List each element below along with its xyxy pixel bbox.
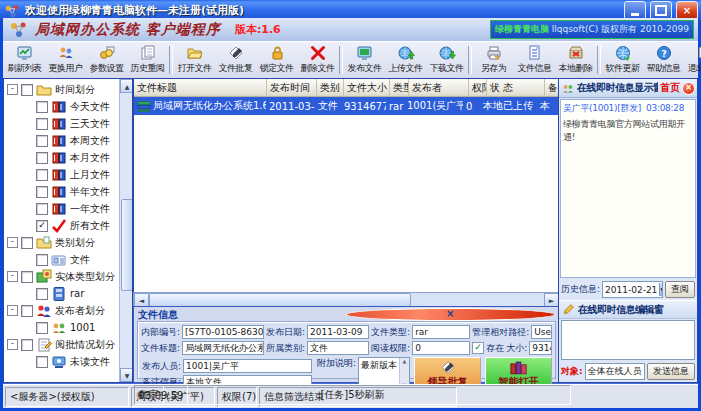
publisher-field[interactable]: 1001|吴广平 xyxy=(183,359,312,373)
table-hscrollbar[interactable]: ◄ ► xyxy=(133,292,560,307)
checkbox[interactable] xyxy=(21,339,33,351)
toolbar-button-publish-file[interactable]: 发布文件 xyxy=(344,43,385,77)
scrollbar-thumb[interactable] xyxy=(121,199,133,291)
tree-item[interactable]: -实体类型划分 xyxy=(4,268,132,285)
tree-expander-icon[interactable]: - xyxy=(7,271,18,282)
message-input[interactable] xyxy=(561,320,695,360)
pub-date-field[interactable]: 2011-03-09 xyxy=(307,325,369,339)
tree-item-label: 上月文件 xyxy=(70,168,110,182)
tree-expander-icon[interactable]: - xyxy=(7,339,18,350)
column-header[interactable]: 发布者 xyxy=(409,79,469,97)
checkbox[interactable]: ✓ xyxy=(36,220,48,232)
tree-item[interactable]: ✓所有文件 xyxy=(4,217,132,234)
checkbox[interactable] xyxy=(36,186,48,198)
column-header[interactable]: 备注 xyxy=(545,79,559,97)
column-header[interactable]: 权限 xyxy=(469,79,487,97)
toolbar-button-lock-file[interactable]: 锁定文件 xyxy=(256,43,297,77)
tree-item[interactable]: 一年文件 xyxy=(4,200,132,217)
toolbar-button-local-delete[interactable]: 本地删除 xyxy=(555,43,596,77)
home-link[interactable]: 首页 xyxy=(660,81,680,95)
toolbar-button-open-file[interactable]: 打开文件 xyxy=(174,43,215,77)
app-title: 局域网办公系统 客户端程序 xyxy=(35,21,221,39)
checkbox[interactable] xyxy=(36,356,48,368)
checkbox[interactable] xyxy=(21,305,33,317)
tree-item[interactable]: -类别划分 xyxy=(4,234,132,251)
tree-item[interactable]: 1001 xyxy=(4,319,132,336)
tree-item[interactable]: -时间划分 xyxy=(4,81,132,98)
history-date-select[interactable]: 2011-02-21▼ xyxy=(602,281,663,298)
file-title-field[interactable]: 局域网无纸化办公系统1.6 xyxy=(182,341,264,355)
toolbar-button-file-info[interactable]: 文件信息 xyxy=(514,43,555,77)
exists-checkbox[interactable]: ✓ xyxy=(472,342,484,354)
internal-id-field[interactable]: [S7T0-0105-8630-0400-359 xyxy=(182,325,264,339)
tree-scrollbar[interactable]: ▲ ▼ xyxy=(119,79,132,382)
tree-item[interactable]: 上月文件 xyxy=(4,166,132,183)
scroll-up-icon[interactable]: ▲ xyxy=(120,79,133,93)
checkbox[interactable] xyxy=(36,152,48,164)
tree-item[interactable]: 今天文件 xyxy=(4,98,132,115)
file-type-field[interactable]: rar xyxy=(412,325,470,339)
tree-item[interactable]: 本月文件 xyxy=(4,149,132,166)
toolbar-button-change-user[interactable]: 更换用户 xyxy=(45,43,86,77)
toolbar-button-upload-file[interactable]: 上传文件 xyxy=(385,43,426,77)
query-button[interactable]: 查阅 xyxy=(665,281,695,298)
tree-expander-icon[interactable]: - xyxy=(7,84,18,95)
column-header[interactable]: 类型 xyxy=(390,79,409,97)
toolbar-button-settings[interactable]: 参数设置 xyxy=(86,43,127,77)
tree-item[interactable]: -发布者划分 xyxy=(4,302,132,319)
checkbox[interactable] xyxy=(21,237,33,249)
column-header[interactable]: 文件大小 xyxy=(344,79,390,97)
toolbar-button-save-as[interactable]: 另存为 xyxy=(473,43,514,77)
file-info-close-icon[interactable]: × xyxy=(346,308,556,321)
scroll-down-icon[interactable]: ▼ xyxy=(120,368,133,382)
tree-item[interactable]: -阅批情况划分 xyxy=(4,336,132,353)
column-header[interactable]: 状 态 xyxy=(487,79,545,97)
chevron-down-icon[interactable]: ▼ xyxy=(644,365,645,378)
tree-item[interactable]: 未读文件 xyxy=(4,353,132,370)
table-row[interactable]: 局域网无纸化办公系统1.6.rar2011-03-09文件9314677rar1… xyxy=(134,97,559,115)
send-button[interactable]: 发送信息 xyxy=(647,363,695,380)
checkbox[interactable] xyxy=(36,118,48,130)
path-field[interactable]: UserPath xyxy=(531,325,552,339)
checkbox[interactable] xyxy=(36,135,48,147)
toolbar-button-software-update[interactable]: 软件更新 xyxy=(602,43,643,77)
toolbar-button-help[interactable]: ?帮助信息 xyxy=(643,43,684,77)
tree-item[interactable]: 三天文件 xyxy=(4,115,132,132)
read-perm-field[interactable]: 0 xyxy=(412,341,470,355)
toolbar-button-file-approve[interactable]: 文件批复 xyxy=(215,43,256,77)
column-header[interactable]: 文件标题 xyxy=(134,79,267,97)
toolbar-button-download-file[interactable]: 下载文件 xyxy=(426,43,467,77)
scroll-up-icon[interactable]: ▲ xyxy=(403,358,407,364)
status-bar: <服务器>(授权版)局领导(吴广平)权限(7)信息筛选结束CAPS数字Ins03… xyxy=(3,384,698,408)
checkbox[interactable] xyxy=(36,322,48,334)
tree-item[interactable]: 本周文件 xyxy=(4,132,132,149)
hscrollbar-track[interactable] xyxy=(411,293,544,306)
message-panel-close-icon[interactable]: × xyxy=(682,82,695,95)
column-header[interactable]: 类别 xyxy=(317,79,344,97)
people-icon xyxy=(36,303,52,319)
chevron-down-icon[interactable]: ▼ xyxy=(659,283,663,296)
tree-item[interactable]: rar xyxy=(4,285,132,302)
checkbox[interactable] xyxy=(36,288,48,300)
size-field[interactable]: 9314677 xyxy=(529,341,552,355)
tree-item[interactable]: 半年文件 xyxy=(4,183,132,200)
toolbar-button-exit[interactable]: 退出系统 xyxy=(684,43,701,77)
toolbar-button-refresh-list[interactable]: 刷新列表 xyxy=(4,43,45,77)
tree-item-label: rar xyxy=(70,288,84,299)
column-header[interactable]: 发布时间 xyxy=(267,79,317,97)
tree-expander-icon[interactable]: - xyxy=(7,237,18,248)
checkbox[interactable] xyxy=(36,203,48,215)
target-select[interactable]: 全体在线人员▼ xyxy=(585,363,645,380)
category-field[interactable]: 文件 xyxy=(307,341,369,355)
checkbox[interactable] xyxy=(36,101,48,113)
checkbox[interactable] xyxy=(21,84,33,96)
checkbox[interactable] xyxy=(36,254,48,266)
software-update-icon xyxy=(614,45,632,61)
tree-item[interactable]: 文件 xyxy=(4,251,132,268)
tree-expander-icon[interactable]: - xyxy=(7,305,18,316)
toolbar-button-delete-file[interactable]: 删除文件 xyxy=(297,43,338,77)
pen-note-icon xyxy=(439,360,457,375)
checkbox[interactable] xyxy=(21,271,33,283)
toolbar-button-history[interactable]: 历史重阅 xyxy=(127,43,168,77)
checkbox[interactable] xyxy=(36,169,48,181)
